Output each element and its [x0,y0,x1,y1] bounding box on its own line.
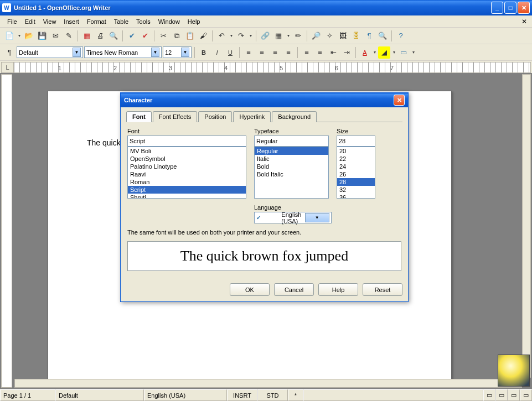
undo-button[interactable]: ↶ [215,30,228,42]
horizontal-ruler[interactable]: L 1 2 3 4 5 6 7 [1,62,531,73]
ok-button[interactable]: OK [230,283,270,296]
save-button[interactable]: 💾 [36,30,48,42]
language-combo[interactable]: ✔ English (USA) ▼ [254,212,332,223]
status-view-icon[interactable]: ▭ [508,389,520,401]
nonprinting-chars-button[interactable]: ¶ [363,30,375,42]
dialog-close-button[interactable]: ✕ [394,95,405,106]
typeface-option[interactable]: Bold [255,163,328,170]
gallery-button[interactable]: 🖼 [337,30,349,42]
horizontal-scrollbar[interactable] [14,379,522,388]
maximize-button[interactable]: □ [504,2,516,14]
vertical-scrollbar[interactable] [522,74,531,378]
document-text[interactable]: The quick [87,138,121,147]
vertical-ruler[interactable] [1,74,12,388]
highlight-dropdown[interactable]: ▾ [391,50,396,55]
status-view-icon[interactable]: ▭ [483,389,495,401]
font-name-input[interactable] [86,47,151,58]
menu-tools[interactable]: Tools [132,17,154,26]
highlight-button[interactable]: ◢ [378,46,390,59]
navigator-button[interactable]: ✧ [323,30,335,42]
auto-spellcheck-button[interactable]: ✔ [139,30,151,42]
font-option[interactable]: Roman [128,178,246,186]
typeface-listbox[interactable]: Regular Italic Bold Bold Italic [254,147,329,199]
underline-button[interactable]: U [224,46,236,59]
zoom-button[interactable]: 🔍 [376,30,389,42]
cancel-button[interactable]: Cancel [274,283,314,296]
status-view-icon[interactable]: ▭ [495,389,508,401]
font-option[interactable]: MV Boli [128,147,246,155]
font-color-dropdown[interactable]: ▾ [372,50,377,55]
reset-button[interactable]: Reset [363,283,402,296]
paste-button[interactable]: 📋 [184,30,196,42]
typeface-input[interactable] [254,136,329,147]
redo-button[interactable]: ↷ [235,30,247,42]
print-button[interactable]: 🖨 [94,30,106,42]
paragraph-style-input[interactable] [19,47,73,58]
open-button[interactable]: 📂 [23,30,35,42]
dialog-titlebar[interactable]: Character ✕ [121,93,408,107]
font-input[interactable] [127,136,246,147]
status-selection-mode[interactable]: STD [257,389,288,401]
size-input[interactable] [337,136,375,147]
font-option[interactable]: Shruti [128,194,246,199]
new-doc-button[interactable]: 📄 [3,30,16,42]
align-justify-button[interactable]: ≡ [282,46,295,59]
menu-view[interactable]: View [39,17,60,26]
new-doc-dropdown[interactable]: ▾ [17,33,22,38]
undo-dropdown[interactable]: ▾ [229,33,234,38]
size-option[interactable]: 20 [337,147,375,155]
table-button[interactable]: ▦ [272,30,285,42]
size-option[interactable]: 26 [337,170,375,178]
bullet-list-button[interactable]: ≡ [314,46,326,59]
find-replace-button[interactable]: 🔎 [310,30,322,42]
font-option[interactable]: Palatino Linotype [128,163,246,170]
email-button[interactable]: ✉ [49,30,61,42]
data-sources-button[interactable]: 🗄 [350,30,362,42]
menu-window[interactable]: Window [154,17,184,26]
align-center-button[interactable]: ≡ [256,46,268,59]
styles-button[interactable]: ¶ [3,46,16,59]
font-listbox[interactable]: MV Boli OpenSymbol Palatino Linotype Raa… [127,147,246,199]
bg-color-dropdown[interactable]: ▾ [411,50,416,55]
paragraph-style-combo[interactable] [17,46,83,58]
table-dropdown[interactable]: ▾ [286,33,291,38]
italic-button[interactable]: I [211,46,223,59]
edit-file-button[interactable]: ✎ [63,30,75,42]
menu-help[interactable]: Help [184,17,204,26]
minimize-button[interactable]: _ [491,2,503,14]
status-style[interactable]: Default [55,389,144,401]
tab-font-effects[interactable]: Font Effects [153,111,198,122]
document-close-button[interactable]: ✕ [520,17,529,26]
menu-table[interactable]: Table [110,17,132,26]
tab-background[interactable]: Background [272,111,317,122]
font-name-arrow[interactable] [151,48,159,57]
font-color-button[interactable]: A [359,46,371,59]
status-language[interactable]: English (USA) [144,389,227,401]
increase-indent-button[interactable]: ⇥ [340,46,353,59]
font-size-arrow[interactable] [181,48,189,57]
status-insert-mode[interactable]: INSRT [227,389,257,401]
bold-button[interactable]: B [198,46,210,59]
hyperlink-button[interactable]: 🔗 [259,30,271,42]
notification-bulb-icon[interactable] [498,355,530,387]
copy-button[interactable]: ⧉ [171,30,183,42]
format-paintbrush-button[interactable]: 🖌 [197,30,209,42]
typeface-option[interactable]: Regular [255,147,328,155]
size-option[interactable]: 24 [337,163,375,170]
size-listbox[interactable]: 20 22 24 26 28 32 36 [337,147,375,199]
tab-font[interactable]: Font [126,111,152,122]
status-view-icon[interactable]: ▭ [520,389,532,401]
font-size-input[interactable] [165,47,181,58]
menu-insert[interactable]: Insert [60,17,83,26]
paragraph-style-arrow[interactable] [73,48,81,57]
print-preview-button[interactable]: 🔍 [107,30,120,42]
export-pdf-button[interactable]: ▦ [81,30,93,42]
typeface-option[interactable]: Bold Italic [255,170,328,178]
decrease-indent-button[interactable]: ⇤ [327,46,339,59]
numbered-list-button[interactable]: ≡ [301,46,313,59]
tab-position[interactable]: Position [198,111,232,122]
font-option[interactable]: OpenSymbol [128,155,246,163]
size-option[interactable]: 36 [337,194,375,199]
font-size-combo[interactable] [163,46,192,58]
tab-hyperlink[interactable]: Hyperlink [233,111,271,122]
